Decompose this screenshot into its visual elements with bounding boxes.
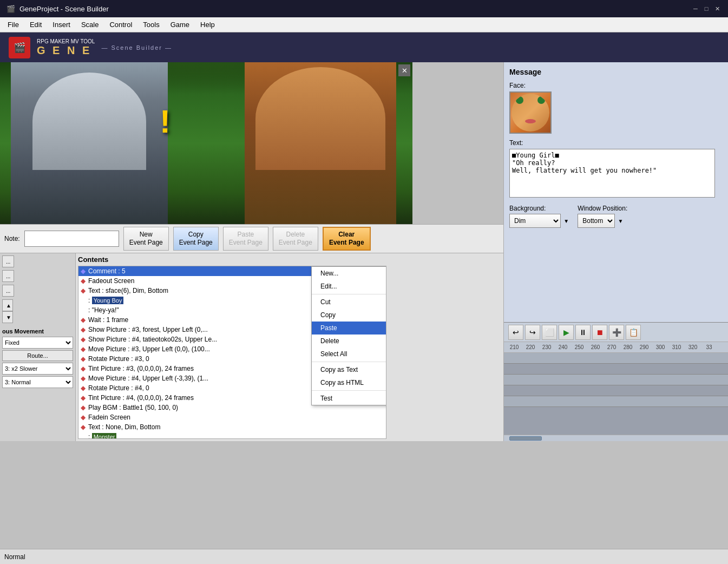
- movement-type-select[interactable]: Fixed: [2, 337, 73, 349]
- content-item-17[interactable]: ◆ Text : None, Dim, Bottom: [78, 422, 386, 432]
- scene-close-button[interactable]: ✕: [398, 64, 410, 76]
- tl-undo-btn[interactable]: ↩: [508, 325, 523, 340]
- diamond-2: ◆: [81, 277, 86, 285]
- pos-select[interactable]: Bottom Middle Top: [578, 214, 615, 228]
- speed-select[interactable]: 3: x2 Slower: [2, 363, 73, 375]
- tl-pause-btn[interactable]: ⏸: [575, 325, 591, 340]
- new-event-btn[interactable]: New Event Page: [123, 227, 169, 251]
- scene-canvas: ! ✕: [0, 62, 412, 224]
- timeline-scrollbar[interactable]: [504, 435, 728, 441]
- status-mode: Normal: [4, 553, 25, 561]
- item-text-6: Wait : 1 frame: [88, 316, 128, 324]
- diamond-9: ◆: [81, 345, 86, 353]
- contents-list[interactable]: ◆ Comment : 5 ◆ Fadeout Screen ◆ Text : …: [78, 266, 386, 439]
- diamond-12: ◆: [81, 375, 86, 382]
- main-layout: ! ✕ Note: New Event Page Copy Event Page…: [0, 62, 728, 441]
- ruler-tick-9: 290: [636, 344, 652, 350]
- item-text-14: Tint Picture : #4, (0,0,0,0), 24 frames: [88, 394, 194, 402]
- up-btn[interactable]: ▲: [2, 299, 13, 311]
- menu-insert[interactable]: Insert: [47, 18, 76, 31]
- message-section: Message Face: Text: ■Young Girl■ "Oh rea…: [504, 62, 728, 322]
- ctx-paste[interactable]: Paste Ctrl+V: [312, 322, 386, 335]
- side-row-1: ...: [2, 255, 73, 267]
- side-row-2: ...: [2, 270, 73, 282]
- side-dots-3[interactable]: ...: [2, 285, 14, 297]
- side-dots-1[interactable]: ...: [2, 255, 14, 267]
- right-panel: Message Face: Text: ■Young Girl■ "Oh rea…: [503, 62, 728, 441]
- note-input[interactable]: [24, 231, 119, 247]
- text-content-area[interactable]: ■Young Girl■ "Oh really? Well, flattery …: [509, 149, 715, 198]
- menu-scale[interactable]: Scale: [76, 18, 104, 31]
- item-text-13: Rotate Picture : #4, 0: [88, 384, 149, 392]
- diamond-15: ◆: [81, 404, 86, 411]
- menu-tools[interactable]: Tools: [137, 18, 165, 31]
- ctx-cut-label: Cut: [320, 298, 331, 306]
- ctx-new[interactable]: New... Return: [312, 267, 386, 280]
- minimize-btn[interactable]: ─: [691, 4, 700, 13]
- diamond-1: ◆: [81, 267, 86, 275]
- item-text-15: Play BGM : Battle1 (50, 100, 0): [88, 404, 178, 411]
- ctx-new-label: New...: [320, 270, 338, 277]
- ruler-tick-8: 280: [620, 344, 636, 350]
- content-item-18[interactable]: ◆ : Monster: [78, 432, 386, 439]
- copy-event-btn[interactable]: Copy Event Page: [173, 227, 219, 251]
- ctx-select-all[interactable]: Select All Ctrl+A: [312, 347, 386, 360]
- item-text-1: Comment : 5: [88, 267, 126, 275]
- diamond-18: ◆: [81, 433, 86, 439]
- ctx-copy-text[interactable]: Copy as Text: [312, 363, 386, 376]
- title-bar: 🎬 GeneProject - Scene Builder ─ □ ✕: [0, 0, 728, 17]
- movement-section: ous Movement Fixed Route... 3: x2 Slower…: [2, 328, 73, 388]
- bg-dropdown-arrow: ▼: [563, 218, 569, 224]
- ruler-tick-13: 33: [701, 344, 717, 350]
- close-btn[interactable]: ✕: [713, 4, 722, 13]
- tl-stop-btn[interactable]: ⬜: [542, 325, 557, 340]
- ctx-edit[interactable]: Edit... Space: [312, 280, 386, 293]
- menu-help[interactable]: Help: [195, 18, 220, 31]
- diamond-4: ◆: [81, 297, 86, 304]
- track-row-3: [504, 375, 728, 385]
- contents-area: Contents ◆ Comment : 5 ◆ Fadeout Screen: [76, 253, 503, 441]
- item-text-11: Tint Picture : #3, (0,0,0,0), 24 frames: [88, 365, 194, 372]
- ruler-tick-10: 300: [652, 344, 668, 350]
- up-down-control[interactable]: ▲ ▼: [2, 299, 13, 323]
- contents-header: Contents: [78, 255, 501, 264]
- bg-select[interactable]: Dim Normal Transparent: [509, 214, 561, 228]
- ctx-cut[interactable]: Cut Ctrl+X: [312, 296, 386, 309]
- diamond-6: ◆: [81, 316, 86, 324]
- tl-clip-btn[interactable]: 📋: [626, 325, 641, 340]
- tl-redo-btn[interactable]: ↪: [525, 325, 540, 340]
- ctx-sep-2: [312, 362, 386, 362]
- menu-file[interactable]: File: [2, 18, 24, 31]
- route-btn[interactable]: Route...: [2, 350, 73, 361]
- track-row-5: [504, 396, 728, 407]
- clear-event-btn[interactable]: Clear Event Page: [323, 227, 371, 251]
- ctx-test-label: Test: [320, 395, 332, 402]
- tl-record-btn[interactable]: ⏹: [592, 325, 607, 340]
- paste-event-btn: Paste Event Page: [223, 227, 268, 251]
- tl-play-btn[interactable]: ▶: [559, 325, 574, 340]
- content-item-16[interactable]: ◆ Fadein Screen: [78, 412, 386, 422]
- left-side-panel: ... ... ... ▲ ▼ ous Movement: [0, 253, 76, 441]
- maximize-btn[interactable]: □: [702, 4, 711, 13]
- menu-game[interactable]: Game: [165, 18, 195, 31]
- ctx-sep-1: [312, 294, 386, 294]
- ruler-tick-1: 210: [506, 344, 522, 350]
- ctx-select-all-label: Select All: [320, 350, 347, 358]
- down-btn[interactable]: ▼: [2, 311, 13, 323]
- ctx-copy[interactable]: Copy Ctrl+C: [312, 309, 386, 322]
- menu-edit[interactable]: Edit: [24, 18, 47, 31]
- face-image[interactable]: [509, 91, 552, 134]
- item-text-4: : Young Boy: [88, 297, 123, 304]
- diamond-8: ◆: [81, 336, 86, 343]
- side-row-updown: ▲ ▼: [2, 299, 73, 323]
- menu-control[interactable]: Control: [104, 18, 137, 31]
- side-dots-2[interactable]: ...: [2, 270, 14, 282]
- ctx-copy-html[interactable]: Copy as HTML: [312, 376, 386, 389]
- logo-subtitle: — Scene Builder —: [101, 44, 172, 51]
- tl-add-btn[interactable]: ➕: [609, 325, 624, 340]
- frequency-select[interactable]: 3: Normal: [2, 376, 73, 388]
- ctx-delete[interactable]: Delete Del: [312, 335, 386, 347]
- item-text-5: : "Hey-ya!": [88, 306, 119, 314]
- ctx-test[interactable]: Test Ctrl+R: [312, 392, 386, 405]
- title-controls[interactable]: ─ □ ✕: [691, 4, 722, 13]
